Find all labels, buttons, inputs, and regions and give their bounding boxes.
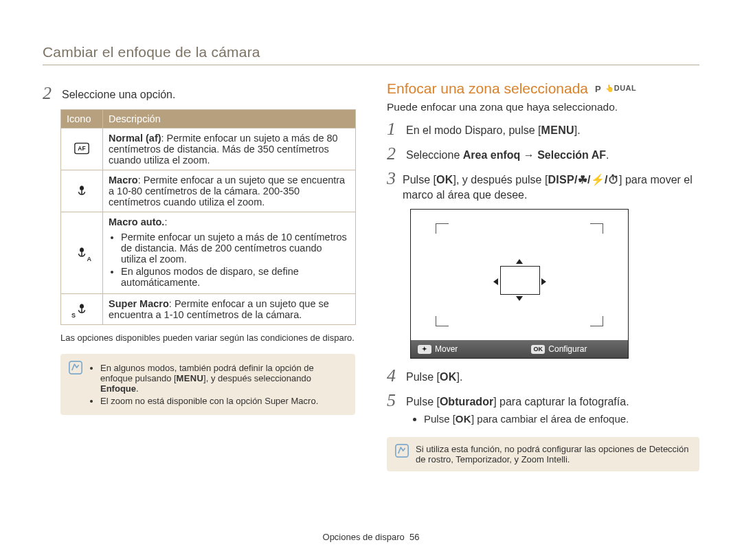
note-box-left: En algunos modos, también podrá definir … (60, 354, 355, 415)
note-icon (69, 361, 82, 374)
lcd-set-label: Configurar (548, 344, 587, 354)
note-icon (395, 444, 409, 458)
note-text: Si utiliza esta función, no podrá config… (416, 444, 691, 464)
macro-icon (74, 188, 89, 199)
section-heading: Enfocar una zona seleccionada (387, 80, 588, 97)
move-key-icon: ✦ (418, 345, 431, 354)
note-item: En algunos modos, también podrá definir … (100, 363, 347, 394)
table-row: S Super Macro: Permite enfocar a un suje… (61, 294, 356, 325)
table-row: Macro: Permite enfocar a un sujeto que s… (61, 170, 356, 212)
focus-bracket-corner (436, 316, 449, 326)
lcd-status-bar: ✦ Mover OK Configurar (411, 340, 628, 358)
page-footer: Opciones de disparo 56 (0, 532, 742, 542)
step-number: 2 (43, 85, 55, 102)
menu-button-label: MENU (541, 123, 574, 138)
desc-cell: Macro auto.: Permite enfocar un sujeto a… (103, 212, 356, 294)
footer-section: Opciones de disparo (323, 532, 405, 542)
focus-bracket-corner (590, 223, 603, 234)
option-bullet: Permite enfocar un sujeto a más de 10 ce… (121, 232, 350, 265)
option-title: Super Macro (109, 298, 169, 309)
option-title: Normal (af) (109, 133, 161, 144)
focus-bracket-corner (590, 316, 603, 326)
mode-badge-dual: 👆DUAL (605, 84, 636, 94)
option-bullet: En algunos modos de disparo, se define a… (121, 266, 350, 288)
step-2-left: 2 Seleccione una opción. (43, 85, 355, 102)
focus-bracket-corner (436, 223, 449, 234)
menu-path-item: Selección AF (537, 149, 606, 161)
af-normal-icon (74, 146, 89, 157)
ok-button-label: OK (436, 172, 453, 188)
table-row: A Macro auto.: Permite enfocar un sujeto… (61, 212, 356, 294)
footer-page-number: 56 (409, 532, 419, 542)
lcd-move-label: Mover (435, 344, 458, 354)
menu-path-item: Area enfoq (463, 149, 521, 161)
lcd-preview: ✦ Mover OK Configurar (410, 209, 629, 359)
step-1: 1 En el modo Disparo, pulse [MENU]. (387, 120, 699, 138)
th-icon: Icono (61, 110, 103, 128)
macro-auto-icon: A (74, 246, 89, 260)
option-title: Macro (109, 175, 138, 186)
ok-button-label: OK (440, 370, 457, 385)
focus-options-table: Icono Descripción Normal (af): Permite e… (60, 109, 356, 325)
mode-badge-p: P (595, 84, 601, 94)
step-bullet: Pulse [OK] para cambiar el área de enfoq… (424, 412, 629, 426)
options-footnote: Las opciones disponibles pueden variar s… (60, 332, 355, 344)
option-text: : Permite enfocar a un sujeto que se enc… (109, 175, 345, 208)
dpad-buttons-label: DISP/☘/⚡/⏱ (548, 172, 619, 188)
arrow-right-icon (541, 278, 546, 285)
ok-button-label: OK (456, 412, 471, 426)
option-title: Macro auto. (109, 216, 164, 227)
mode-badges: P 👆DUAL (595, 84, 636, 94)
step-2: 2 Seleccione Area enfoq → Selección AF. (387, 145, 699, 163)
menu-button-label: MENU (177, 373, 203, 383)
step-5: 5 Pulse [Obturador] para capturar la fot… (387, 392, 699, 427)
arrow-up-icon (516, 259, 523, 264)
arrow-down-icon (516, 296, 523, 301)
super-macro-icon: S (74, 302, 89, 317)
focus-box (500, 266, 540, 295)
shutter-button-label: Obturador (440, 396, 493, 407)
table-row: Normal (af): Permite enfocar un sujeto a… (61, 128, 356, 170)
th-desc: Descripción (103, 110, 356, 128)
step-4: 4 Pulse [OK]. (387, 367, 699, 385)
right-column: Enfocar una zona seleccionada P 👆DUAL Pu… (387, 80, 699, 471)
desc-cell: Macro: Permite enfocar a un sujeto que s… (103, 170, 356, 212)
arrow-left-icon (493, 278, 498, 285)
page-title: Cambiar el enfoque de la cámara (43, 44, 699, 65)
ok-key-icon: OK (531, 345, 545, 354)
desc-cell: Super Macro: Permite enfocar a un sujeto… (103, 294, 356, 325)
note-item: El zoom no está disponible con la opción… (100, 396, 347, 406)
note-box-right: Si utiliza esta función, no podrá config… (387, 437, 699, 471)
section-intro: Puede enfocar una zona que haya seleccio… (387, 101, 699, 113)
option-suffix: : (164, 216, 167, 227)
manual-page: Cambiar el enfoque de la cámara 2 Selecc… (0, 0, 742, 560)
step-text: Seleccione una opción. (62, 85, 175, 102)
left-column: 2 Seleccione una opción. Icono Descripci… (43, 80, 355, 471)
desc-cell: Normal (af): Permite enfocar un sujeto a… (103, 128, 356, 170)
step-3: 3 Pulse [OK], y después pulse [DISP/☘/⚡/… (387, 170, 699, 202)
